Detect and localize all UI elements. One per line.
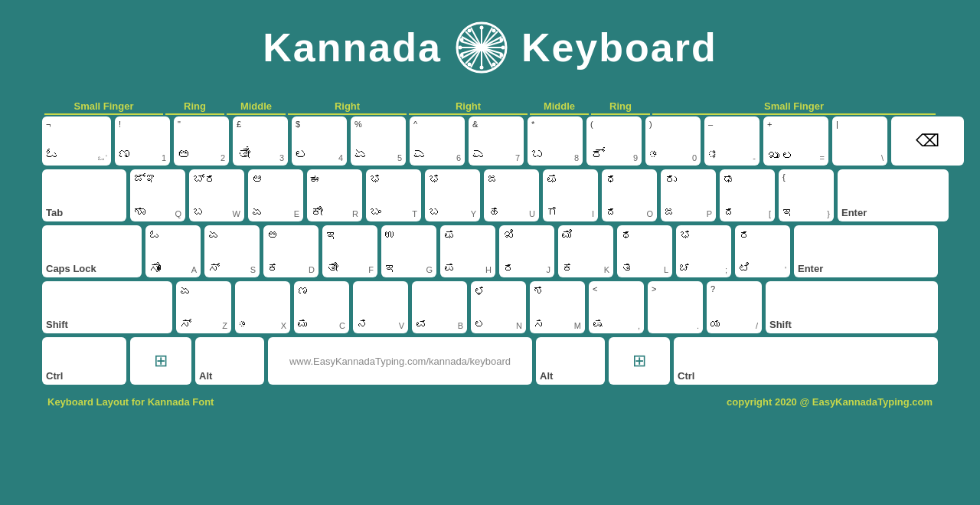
key-w[interactable]: ಬ್ರ ಬ W (189, 169, 244, 221)
key-slash[interactable]: ? ಯ / (707, 281, 762, 333)
ctrl-left-label: Ctrl (46, 370, 63, 382)
key-9[interactable]: ( ರ್ 9 (586, 116, 642, 166)
footer: Keyboard Layout for Kannada Font copyrig… (0, 389, 980, 408)
key-u[interactable]: ಜ ಹ U (484, 169, 539, 221)
ashoka-wheel-icon (456, 21, 508, 74)
key-g[interactable]: ಉ ಇ G (381, 225, 436, 277)
key-backtick[interactable]: ¬ ಓ ಒ' (42, 116, 111, 166)
title-part2: Keyboard (521, 25, 717, 71)
qwerty-row: Tab ಜ್ಞ ಶಾ Q ಬ್ರ ಬ W ಆ ಏ E ಈ ಕೀ (42, 169, 938, 221)
shift-left-label: Shift (46, 319, 68, 330)
svg-point-14 (478, 44, 485, 51)
svg-point-24 (458, 46, 462, 50)
space-url: www.EasyKannadaTyping.com/kannada/keyboa… (289, 356, 511, 367)
shift-right-key[interactable]: Shift (766, 281, 938, 333)
key-7[interactable]: & ಎ 7 (469, 116, 524, 166)
finger-label-right-right: Right (409, 100, 528, 112)
key-v[interactable]: ನ V (353, 281, 408, 333)
key-z[interactable]: ಏ ಸ್ Z (176, 281, 231, 333)
key-5[interactable]: % ಏ 5 (351, 116, 406, 166)
key-x[interactable]: ಂ X (235, 281, 290, 333)
key-k[interactable]: ಮಿ ಕ K (558, 225, 613, 277)
number-row: ¬ ಓ ಒ' ! ಣ 1 " ಅ 2 £ ತೀ 3 (42, 116, 938, 166)
svg-point-22 (467, 63, 471, 67)
key-i[interactable]: ಫ ಗ I (543, 169, 598, 221)
tab-label: Tab (46, 207, 63, 218)
alt-left-key[interactable]: Alt (195, 337, 264, 385)
key-c[interactable]: ಣ ಮ C (294, 281, 349, 333)
key-o[interactable]: ಧ ದ O (602, 169, 657, 221)
enter-label-2: Enter (798, 263, 823, 274)
key-q[interactable]: ಜ್ಞ ಶಾ Q (130, 169, 185, 221)
svg-point-20 (492, 63, 495, 67)
space-key[interactable]: www.EasyKannadaTyping.com/kannada/keyboa… (268, 337, 532, 385)
key-3[interactable]: £ ತೀ 3 (233, 116, 288, 166)
svg-point-23 (459, 54, 463, 57)
keyboard-area: ¬ ಓ ಒ' ! ಣ 1 " ಅ 2 £ ತೀ 3 (0, 116, 980, 385)
title-part1: Kannada (263, 25, 442, 71)
key-8[interactable]: * ಬ 8 (528, 116, 583, 166)
key-f[interactable]: ಇ ತೀ F (322, 225, 377, 277)
key-t[interactable]: ಭ ಬಂ T (366, 169, 421, 221)
key-y[interactable]: ಭ ಬ Y (425, 169, 480, 221)
bottom-row: Ctrl ⊞ Alt www.EasyKannadaTyping.com/kan… (42, 337, 938, 385)
key-a[interactable]: ಓ ಸೋ A (145, 225, 201, 277)
enter-key-2[interactable]: Enter (794, 225, 938, 277)
svg-point-18 (501, 46, 505, 50)
finger-label-ring-right: Ring (591, 100, 650, 112)
finger-label-middle-left: Middle (227, 100, 286, 112)
key-r[interactable]: ಈ ಕೀ R (307, 169, 362, 221)
key-semicolon[interactable]: ಭ ಚ ; (676, 225, 731, 277)
finger-label-small-right: Small Finger (652, 100, 936, 112)
key-d[interactable]: ಅ ಕ D (263, 225, 318, 277)
svg-point-15 (479, 26, 483, 30)
win-right-key[interactable]: ⊞ (609, 337, 670, 385)
key-bracket-close[interactable]: { ಇ } (779, 169, 834, 221)
key-m[interactable]: ಶ ಸ M (530, 281, 585, 333)
caps-lock-label: Caps Lock (46, 263, 96, 274)
win-left-key[interactable]: ⊞ (130, 337, 191, 385)
key-quote[interactable]: ರ ಟಿ ' (735, 225, 790, 277)
key-period[interactable]: > . (648, 281, 703, 333)
svg-point-21 (479, 66, 483, 70)
key-s[interactable]: ಏ ಸ್ S (204, 225, 260, 277)
footer-right: copyright 2020 @ EasyKannadaTyping.com (727, 396, 933, 408)
svg-point-16 (492, 29, 495, 33)
backspace-key[interactable]: ⌫ (891, 116, 964, 166)
finger-label-middle-right: Middle (530, 100, 589, 112)
enter-key[interactable]: Enter (838, 169, 949, 221)
key-6[interactable]: ^ ಎ 6 (410, 116, 465, 166)
key-n[interactable]: ಳ ಲ N (471, 281, 526, 333)
key-comma[interactable]: < ಷ , (589, 281, 644, 333)
title-area: Kannada (0, 0, 980, 87)
key-0[interactable]: ) ಂ 0 (645, 116, 701, 166)
key-p[interactable]: ರು ಜ P (661, 169, 716, 221)
key-4[interactable]: $ ಲ 4 (292, 116, 347, 166)
key-1[interactable]: ! ಣ 1 (115, 116, 170, 166)
key-equals[interactable]: + ಖು ಲ = (763, 116, 828, 166)
key-2[interactable]: " ಅ 2 (174, 116, 229, 166)
key-l[interactable]: ಥ ತ L (617, 225, 672, 277)
shift-left-key[interactable]: Shift (42, 281, 172, 333)
key-minus[interactable]: – ಃ - (704, 116, 760, 166)
key-j[interactable]: ಖಿ ರ J (499, 225, 554, 277)
tab-key[interactable]: Tab (42, 169, 126, 221)
svg-point-17 (499, 38, 503, 42)
finger-label-ring-left: Ring (165, 100, 224, 112)
ctrl-right-key[interactable]: Ctrl (674, 337, 938, 385)
alt-right-key[interactable]: Alt (536, 337, 605, 385)
key-backslash[interactable]: | \ (832, 116, 887, 166)
key-h[interactable]: ಫ ಪ H (440, 225, 495, 277)
caps-lock-key[interactable]: Caps Lock (42, 225, 142, 277)
ctrl-right-label: Ctrl (678, 370, 694, 382)
key-e[interactable]: ಆ ಏ E (248, 169, 303, 221)
asdf-row: Caps Lock ಓ ಸೋ A ಏ ಸ್ S ಅ ಕ D ಇ (42, 225, 938, 277)
ctrl-left-key[interactable]: Ctrl (42, 337, 126, 385)
finger-label-right-left: Right (288, 100, 407, 112)
windows-right-icon: ⊞ (632, 351, 646, 371)
key-bracket-open[interactable]: ಢ ದ [ (720, 169, 775, 221)
svg-point-19 (499, 54, 503, 57)
alt-right-label: Alt (540, 370, 553, 382)
key-b[interactable]: ವ B (412, 281, 467, 333)
svg-point-25 (459, 38, 463, 42)
